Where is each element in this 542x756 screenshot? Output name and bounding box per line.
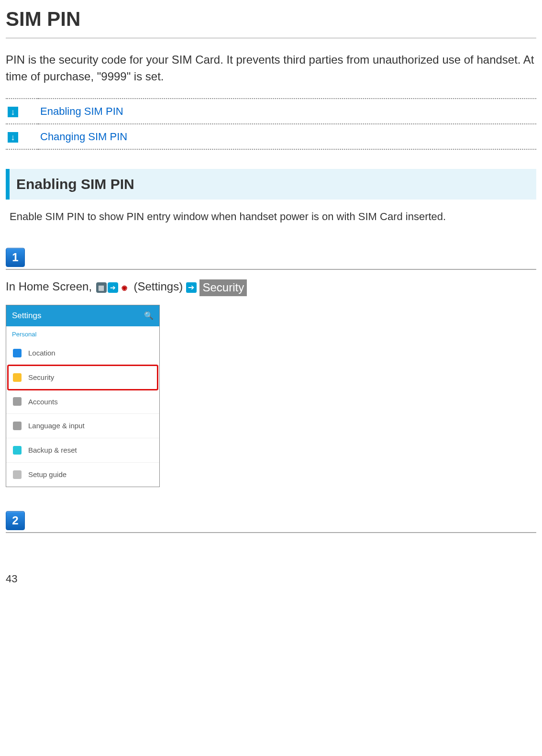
step-1-badge-wrap: 1	[6, 248, 536, 267]
row-label: Security	[28, 372, 54, 383]
screenshot-row: Setup guide	[6, 462, 159, 487]
toc-link[interactable]: Changing SIM PIN	[40, 131, 127, 143]
apps-grid-icon: ▦	[96, 282, 107, 293]
row-icon	[13, 397, 22, 406]
screenshot-section-label: Personal	[6, 326, 159, 341]
step-1-after-icons: (Settings)	[133, 280, 183, 293]
table-of-contents: ↓Enabling SIM PIN↓Changing SIM PIN	[6, 98, 536, 150]
step-2-rule	[6, 532, 536, 533]
step-2-badge-wrap: 2	[6, 511, 536, 530]
screenshot-search-icon: 🔍	[144, 310, 154, 321]
toc-row: ↓Changing SIM PIN	[6, 124, 536, 149]
row-label: Backup & reset	[28, 445, 77, 456]
step-badge-1: 1	[6, 248, 25, 267]
security-chip: Security	[199, 279, 247, 296]
toc-row: ↓Enabling SIM PIN	[6, 99, 536, 124]
step-1-rule	[6, 269, 536, 270]
row-label: Accounts	[28, 397, 58, 407]
down-arrow-icon: ↓	[8, 132, 18, 143]
row-icon	[13, 349, 22, 357]
settings-gear-icon: ◉	[119, 282, 130, 293]
screenshot-header: Settings 🔍	[6, 305, 159, 327]
home-settings-icon-group: ▦ ➔ ◉	[95, 281, 131, 294]
proceed-arrow-icon: ➔	[186, 282, 197, 293]
row-icon	[13, 446, 22, 455]
row-label: Setup guide	[28, 469, 66, 480]
row-icon	[13, 373, 22, 382]
screenshot-title: Settings	[12, 310, 41, 322]
settings-screenshot: Settings 🔍 Personal LocationSecurityAcco…	[6, 305, 160, 487]
step-1-instruction: In Home Screen, ▦ ➔ ◉ (Settings) ➔ Secur…	[6, 278, 536, 296]
section-heading-enabling: Enabling SIM PIN	[6, 169, 536, 200]
row-label: Location	[28, 348, 55, 358]
step-1-prefix: In Home Screen,	[6, 280, 95, 293]
screenshot-row: Accounts	[6, 389, 159, 414]
row-icon	[13, 422, 22, 430]
toc-link[interactable]: Enabling SIM PIN	[40, 105, 123, 117]
arrow-right-icon: ➔	[108, 282, 118, 293]
page-title: SIM PIN	[6, 5, 536, 34]
row-label: Language & input	[28, 421, 85, 431]
page-number: 43	[6, 571, 536, 587]
title-rule	[6, 38, 536, 38]
step-badge-2: 2	[6, 511, 25, 530]
down-arrow-icon: ↓	[8, 107, 18, 117]
intro-text: PIN is the security code for your SIM Ca…	[6, 52, 536, 85]
screenshot-row: Security	[6, 365, 159, 389]
row-icon	[13, 470, 22, 479]
screenshot-row: Backup & reset	[6, 438, 159, 462]
screenshot-row: Language & input	[6, 413, 159, 438]
screenshot-row: Location	[6, 341, 159, 365]
section-description: Enable SIM PIN to show PIN entry window …	[10, 209, 536, 224]
